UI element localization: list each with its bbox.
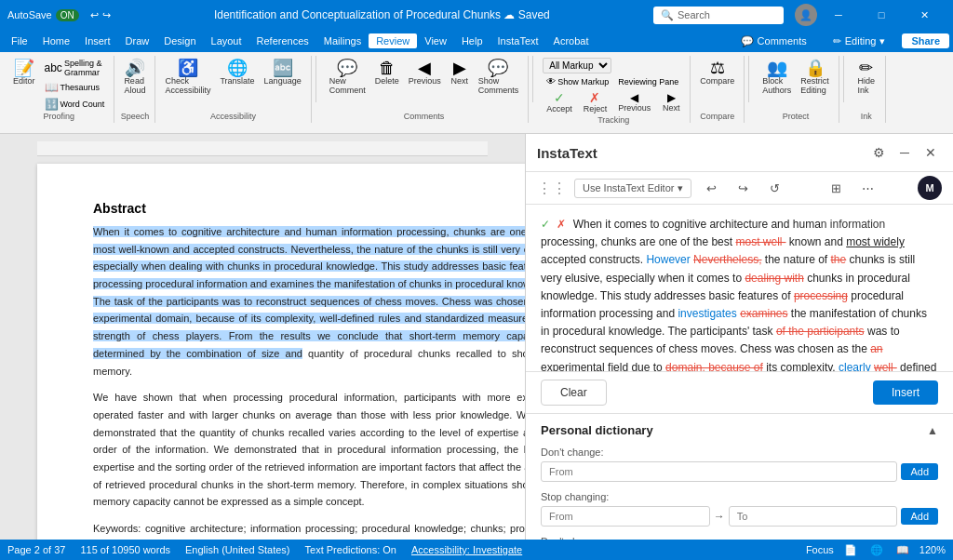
minimize-button[interactable]: ─	[817, 0, 860, 30]
new-comment-button[interactable]: 💬 NewComment	[326, 58, 369, 97]
dont-change-from-input[interactable]	[541, 461, 897, 482]
panel-close-button[interactable]: ✕	[919, 141, 942, 164]
redo-panel-button[interactable]: ↪	[731, 176, 755, 200]
spelling-grammar-button[interactable]: abc Spelling &Grammar	[41, 58, 109, 78]
restore-button[interactable]: □	[860, 0, 903, 30]
markup-dropdown[interactable]: All Markup	[543, 58, 611, 73]
reviewing-pane-button[interactable]: Reviewing Pane	[614, 75, 682, 87]
profile-icon[interactable]: 👤	[795, 4, 817, 26]
menu-item-mailings[interactable]: Mailings	[316, 33, 369, 48]
delete-comment-button[interactable]: 🗑 Delete	[371, 58, 403, 87]
use-editor-button[interactable]: Use InstaText Editor ▾	[574, 179, 691, 198]
editing-button[interactable]: ✏ Editing ▾	[824, 33, 895, 49]
ruler	[37, 141, 488, 156]
menu-item-draw[interactable]: Draw	[118, 33, 157, 48]
stop-changing-from-input[interactable]	[541, 506, 710, 527]
paragraph-2: We have shown that when processing proce…	[93, 389, 525, 511]
dict-collapse-button[interactable]: ▲	[927, 424, 938, 437]
share-button[interactable]: Share	[902, 33, 949, 48]
chevron-down-icon: ▾	[678, 182, 683, 194]
menu-item-layout[interactable]: Layout	[204, 33, 249, 48]
view-print-icon[interactable]: 📄	[841, 544, 860, 556]
block-authors-button[interactable]: 👥 BlockAuthors	[758, 58, 795, 97]
undo-panel-button[interactable]: ↩	[699, 176, 723, 200]
hide-ink-button[interactable]: ✏ HideInk	[853, 58, 879, 97]
restrict-editing-button[interactable]: 🔒 RestrictEditing	[797, 58, 833, 97]
compare-button[interactable]: ⚖ Compare	[696, 58, 738, 87]
insert-button[interactable]: Insert	[873, 380, 938, 405]
dont-change-section: Don't change: Add	[541, 447, 938, 482]
menu-item-help[interactable]: Help	[454, 33, 490, 48]
undo-icon[interactable]: ↩	[90, 9, 99, 21]
close-button[interactable]: ✕	[903, 0, 946, 30]
previous-icon: ◀	[418, 60, 431, 76]
menu-item-review[interactable]: Review	[369, 33, 417, 48]
ribbon-group-accessibility: ♿ CheckAccessibility 🌐 Translate 🔤 Langu…	[155, 56, 311, 123]
stop-changing-input-row: → Add	[541, 506, 938, 527]
menu-item-instatext[interactable]: InstaText	[490, 33, 546, 48]
editor-button[interactable]: 📝 Editor	[9, 58, 39, 87]
stop-changing-add-button[interactable]: Add	[901, 508, 938, 525]
view-read-icon[interactable]: 📖	[893, 544, 912, 556]
read-aloud-button[interactable]: 🔊 ReadAloud	[120, 58, 149, 97]
status-bar: Page 2 of 37 115 of 10950 words English …	[0, 540, 953, 560]
word-count-button[interactable]: 🔢 Word Count	[41, 97, 109, 112]
redo-icon[interactable]: ↪	[102, 9, 111, 21]
thesaurus-button[interactable]: 📖 Thesaurus	[41, 80, 109, 95]
zoom-level[interactable]: 120%	[919, 544, 946, 555]
menu-item-references[interactable]: References	[249, 33, 316, 48]
panel-drag-handle: ⋮⋮	[537, 180, 567, 197]
check-mark: ✓	[541, 218, 550, 231]
accessibility-status[interactable]: Accessibility: Investigate	[411, 544, 522, 555]
document-area[interactable]: Abstract When it comes to cognitive arch…	[0, 134, 525, 540]
show-markup-button[interactable]: 👁 Show Markup	[543, 75, 612, 87]
page-info[interactable]: Page 2 of 37	[7, 544, 65, 555]
spelling-icon: abc	[45, 61, 62, 74]
keywords: Keywords: cognitive architecture; inform…	[93, 520, 525, 540]
view-web-icon[interactable]: 🌐	[867, 544, 886, 556]
refresh-panel-button[interactable]: ↺	[762, 176, 786, 200]
clear-button[interactable]: Clear	[541, 380, 607, 406]
reject-button[interactable]: ✗ Reject	[580, 89, 611, 115]
language-status[interactable]: English (United States)	[185, 544, 290, 555]
autosave-label: AutoSave	[7, 9, 52, 20]
autosave-toggle[interactable]: ON	[56, 9, 79, 21]
word-count[interactable]: 115 of 10950 words	[80, 544, 170, 555]
menu-item-file[interactable]: File	[4, 33, 35, 48]
ribbon-group-proofing: 📝 Editor abc Spelling &Grammar 📖 Thesaur…	[4, 56, 114, 123]
accept-button[interactable]: ✓ Accept	[543, 89, 576, 115]
check-accessibility-button[interactable]: ♿ CheckAccessibility	[161, 58, 214, 97]
language-button[interactable]: 🔤 Language	[261, 58, 305, 87]
ribbon-separator-3	[748, 56, 749, 102]
show-comments-button[interactable]: 💬 ShowComments	[475, 58, 523, 97]
search-box[interactable]: 🔍 Search	[653, 7, 784, 24]
next-comment-button[interactable]: ▶ Next	[447, 58, 473, 87]
panel-header: InstaText ⚙ ─ ✕	[526, 134, 953, 172]
stop-changing-section: Stop changing: → Add	[541, 491, 938, 527]
menu-item-insert[interactable]: Insert	[77, 33, 118, 48]
more-panel-button[interactable]: ⋯	[856, 176, 880, 200]
translate-icon: 🌐	[227, 60, 248, 76]
focus-label[interactable]: Focus	[806, 544, 834, 555]
previous-comment-button[interactable]: ◀ Previous	[405, 58, 445, 87]
user-avatar: M	[918, 176, 942, 200]
copy-panel-button[interactable]: ⊞	[825, 176, 849, 200]
next-change-button[interactable]: ▶ Next	[658, 90, 684, 114]
menu-item-acrobat[interactable]: Acrobat	[546, 33, 597, 48]
block-authors-icon: 👥	[767, 60, 787, 76]
text-predictions[interactable]: Text Predictions: On	[305, 544, 396, 555]
dont-change-add-button[interactable]: Add	[901, 463, 938, 480]
panel-minimize-button[interactable]: ─	[893, 141, 916, 164]
panel-settings-button[interactable]: ⚙	[867, 141, 890, 164]
menu-item-home[interactable]: Home	[35, 33, 77, 48]
translate-button[interactable]: 🌐 Translate	[216, 58, 258, 87]
comments-button[interactable]: 💬 Comments	[732, 33, 816, 49]
show-comments-icon: 💬	[488, 60, 508, 76]
ribbon-separator-2	[532, 56, 533, 102]
panel-title: InstaText	[537, 145, 867, 161]
menu-item-view[interactable]: View	[417, 33, 454, 48]
menu-item-design[interactable]: Design	[156, 33, 203, 48]
stop-changing-to-input[interactable]	[729, 506, 898, 527]
arrow-icon: →	[714, 510, 725, 523]
previous-change-button[interactable]: ◀ Previous	[614, 90, 654, 114]
